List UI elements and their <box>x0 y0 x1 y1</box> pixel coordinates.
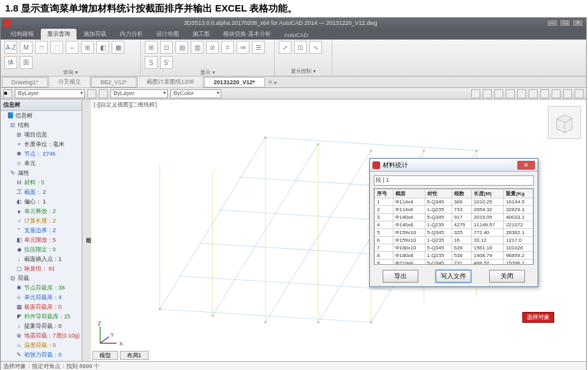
ribbon-icon[interactable]: ⬚ <box>50 41 63 54</box>
table-row[interactable]: 1Φ114x45-Q3453681010.2516144.5 <box>375 198 533 206</box>
doc-tab[interactable]: BB2_V12* <box>91 77 137 87</box>
ribbon-tab-5[interactable]: 施工图 <box>186 29 216 40</box>
toolbar-button[interactable] <box>563 89 572 98</box>
command-line[interactable]: 选择对象：指定对角点：找到 8999 个 选择对象： <box>1 361 586 370</box>
ribbon-icon[interactable]: ▦ <box>112 41 124 54</box>
dialog-close-button[interactable]: ✕ <box>517 161 535 170</box>
tree-item[interactable]: ∎ 单元释放：2 <box>7 207 82 216</box>
tree-item[interactable]: ⊟ 荷载 <box>7 274 82 283</box>
table-row[interactable]: 6Φ159x101-Q2351633.121217.0 <box>375 237 533 244</box>
ribbon-icon[interactable]: ⊞ <box>81 41 94 54</box>
toolbar-button[interactable] <box>506 89 515 98</box>
toolbar-button[interactable] <box>540 89 549 98</box>
tree-item[interactable]: ⌿ 计算长度：2 <box>7 216 82 226</box>
ribbon-icon[interactable]: ◧ <box>96 41 109 54</box>
tree-item[interactable]: ✱ 节点： 2746 <box>7 149 82 159</box>
vertical-tab[interactable]: 结构模型 <box>82 100 91 361</box>
ribbon-icon[interactable]: ⤢ <box>279 41 291 54</box>
ribbon-icon[interactable]: ↔ <box>66 41 78 54</box>
table-row[interactable]: 5Φ159x105-Q345325772.4028382.1 <box>375 229 533 237</box>
ribbon-icon[interactable]: ≔ <box>237 41 249 54</box>
ribbon-tab-3[interactable]: 内力分析 <box>114 29 149 40</box>
close-button[interactable]: ✕ <box>572 19 584 27</box>
tree-item[interactable]: ↓ 截面插入点：1 <box>7 255 82 264</box>
toolbar-button[interactable] <box>575 89 584 98</box>
ribbon-icon[interactable]: S <box>145 56 158 69</box>
ribbon-tab-2[interactable]: 施加荷载 <box>77 29 113 40</box>
ribbon-icon[interactable]: ⊡ <box>160 41 173 54</box>
tree-item[interactable]: ✎ 属性 <box>7 168 82 178</box>
dialog-close-btn[interactable]: 关闭 <box>489 270 525 283</box>
ribbon-icon[interactable]: ☰ <box>252 41 265 54</box>
export-button[interactable]: 导出 <box>383 270 418 283</box>
linetype-combo[interactable]: ByLayer <box>110 89 168 98</box>
toolbar-button[interactable] <box>494 89 503 98</box>
maximize-button[interactable]: ☐ <box>559 19 571 27</box>
ribbon-icon[interactable]: 体 <box>4 56 17 69</box>
doc-tab[interactable]: 截图计算图纸1208 <box>137 76 203 88</box>
color-swatch-icon[interactable]: ■ <box>3 89 12 98</box>
tree-item[interactable]: ✎ 初张力荷载：0 <box>7 350 82 360</box>
tree-item[interactable]: ⊟ 结构 <box>7 121 82 130</box>
tree-item[interactable]: ♨ 温度荷载：0 <box>7 341 82 350</box>
doc-tab[interactable]: Drawing1* <box>2 77 48 87</box>
table-header[interactable]: 序号 <box>375 189 393 198</box>
dialog-table-scroll[interactable]: 序号截面材性根数长度(M)重量(Kg 1Φ114x45-Q3453681010.… <box>374 188 534 265</box>
toolbar-button[interactable] <box>517 89 526 98</box>
table-row[interactable]: 9Φ219x65-Q345231488.5215396.7 <box>375 260 533 265</box>
ribbon-tab-0[interactable]: 结构建模 <box>4 29 40 40</box>
tree-item[interactable]: ◤ 杆件导荷载库：25 <box>7 312 82 322</box>
table-row[interactable]: 3Φ140x65-Q3459172019.0540033.1 <box>375 214 533 221</box>
tree-item[interactable]: ⊹ 单元 <box>7 159 82 168</box>
tree-item[interactable]: ✱ 节点荷载库：38 <box>7 283 82 293</box>
ribbon-icon[interactable]: ∿ <box>309 41 322 54</box>
ribbon-icon[interactable]: 面 <box>20 56 33 69</box>
ribbon-icon[interactable]: ▥ <box>191 41 203 54</box>
tree-item[interactable]: ◆ 拉压限定：0 <box>7 245 82 255</box>
toolbar-button[interactable] <box>87 89 96 98</box>
doc-tab[interactable]: 20131220_V12* <box>204 77 265 87</box>
toolbar-button[interactable] <box>483 89 492 98</box>
tree-item[interactable]: ⊹ 单元荷载库：4 <box>7 293 82 302</box>
ribbon-icon[interactable]: ⊞ <box>145 41 158 54</box>
ribbon-icon[interactable]: M <box>20 41 33 54</box>
table-header[interactable]: 重量(Kg <box>504 189 533 198</box>
ribbon-icon[interactable]: ▤ <box>175 41 188 54</box>
toolbar-button[interactable] <box>471 89 480 98</box>
table-row[interactable]: 7Φ180x105-Q3456281561.18101026 <box>375 244 533 252</box>
ribbon-icon[interactable]: S′ <box>160 56 173 69</box>
new-tab-icon[interactable]: ✕ ▸ <box>268 79 278 85</box>
table-row[interactable]: 2Φ114x61-Q2357332054.3232829.1 <box>375 206 533 214</box>
layout-tab[interactable]: 布局1 <box>120 351 149 360</box>
dialog-titlebar[interactable]: 材料统计 ✕ <box>370 159 538 172</box>
minimize-button[interactable]: — <box>547 19 558 27</box>
ribbon-tab-6[interactable]: 模块切换·基本分析 <box>217 29 277 40</box>
dialog-filter-input[interactable]: 段 | 1 <box>374 175 534 186</box>
tree-item[interactable]: • 长度单位：毫米 <box>7 140 82 149</box>
toolbar-button[interactable] <box>529 89 538 98</box>
ribbon-icon[interactable]: A-Z <box>4 41 17 54</box>
tree-item[interactable]: M 材料：5 <box>7 178 82 188</box>
tree-item[interactable]: ↓ 提案导荷载：0 <box>7 322 82 331</box>
ribbon-tab-1[interactable]: 显示查询 <box>41 29 77 40</box>
toolbar-button[interactable] <box>552 89 561 98</box>
ribbon-tab-4[interactable]: 设计绘图 <box>150 29 186 40</box>
table-row[interactable]: 4Φ140x81-Q235427511149.57221072 <box>375 221 533 229</box>
tree-item[interactable]: ▦ 板面荷载库：0 <box>7 302 82 312</box>
table-header[interactable]: 截面 <box>393 189 425 198</box>
model-tab[interactable]: 模型 <box>92 351 118 360</box>
ribbon-icon[interactable]: ⊡ <box>294 41 307 54</box>
layer-combo[interactable]: ByLayer <box>15 89 85 98</box>
write-file-button[interactable]: 写入文件 <box>436 270 471 283</box>
tree-item[interactable]: 📘 信息树 <box>7 111 82 121</box>
view-cube[interactable] <box>548 106 581 139</box>
ribbon-icon[interactable]: □ <box>35 41 48 54</box>
doc-tab[interactable]: 分叉模立 <box>48 76 91 88</box>
ribbon-icon[interactable]: ⊘ <box>206 41 219 54</box>
table-header[interactable]: 材性 <box>425 189 452 198</box>
tree-item[interactable]: 工 截面： 2 <box>7 188 82 197</box>
tree-item[interactable]: ◐ 偏心： 1 <box>7 197 82 207</box>
table-row[interactable]: 8Φ180x81-Q2355381408.7996859.2 <box>375 252 533 260</box>
tree-item[interactable]: ▢ 验算组： 91 <box>7 264 82 274</box>
lineweight-combo[interactable]: ByColor <box>170 89 221 98</box>
